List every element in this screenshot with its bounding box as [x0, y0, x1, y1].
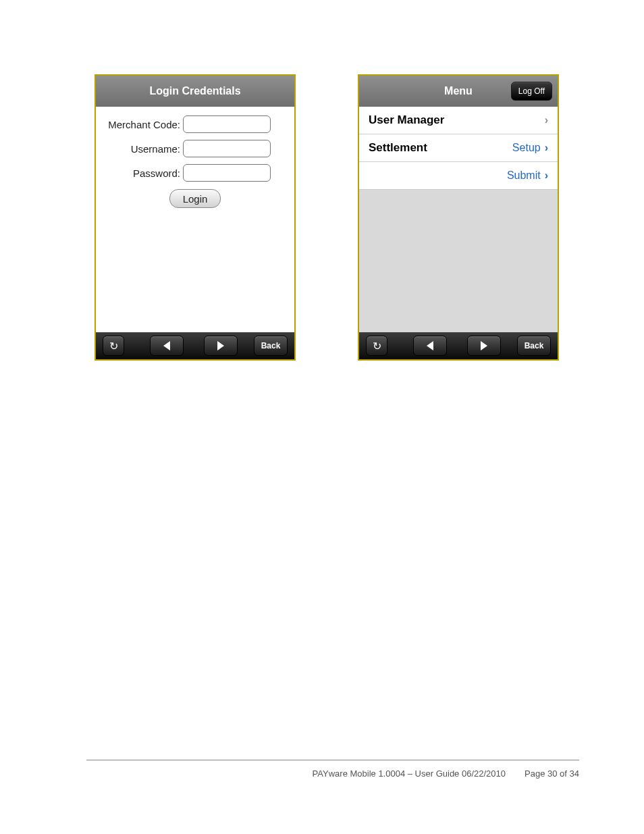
- refresh-button[interactable]: ↻: [366, 336, 387, 356]
- refresh-icon: ↻: [373, 340, 381, 353]
- input-password[interactable]: [183, 164, 271, 182]
- logoff-button[interactable]: Log Off: [511, 82, 552, 101]
- title-login: Login Credentials: [149, 85, 240, 97]
- menu-list: User Manager › Settlement Setup ›: [359, 107, 558, 190]
- refresh-button[interactable]: ↻: [103, 336, 124, 356]
- input-username[interactable]: [183, 140, 271, 157]
- chevron-right-icon: ›: [545, 170, 548, 182]
- footer-doc: PAYware Mobile 1.0004 – User Guide 06/22…: [313, 768, 506, 779]
- menu-content: User Manager › Settlement Setup ›: [359, 107, 558, 332]
- toolbar-menu: ↻ Back: [359, 332, 558, 359]
- toolbar-login: ↻ Back: [96, 332, 294, 359]
- menu-fill: [359, 190, 558, 332]
- nav-next-button[interactable]: [467, 336, 501, 356]
- title-menu: Menu: [444, 85, 473, 97]
- triangle-right-icon: [217, 341, 224, 350]
- label-password: Password:: [96, 167, 183, 179]
- footer-rule: [86, 760, 579, 760]
- login-fill: [96, 208, 294, 332]
- label-username: Username:: [96, 143, 183, 155]
- row-merchant: Merchant Code:: [96, 113, 294, 135]
- nav-prev-button[interactable]: [413, 336, 447, 356]
- row-settlement-setup[interactable]: Settlement Setup ›: [359, 134, 558, 162]
- back-button[interactable]: Back: [517, 336, 551, 356]
- footer-page: Page 30 of 34: [525, 768, 579, 779]
- row-settlement-submit[interactable]: Submit ›: [359, 162, 558, 190]
- link-setup: Setup: [512, 142, 541, 154]
- label-settlement: Settlement: [369, 141, 427, 155]
- nav-next-button[interactable]: [204, 336, 238, 356]
- phone-login: Login Credentials Merchant Code: Usernam…: [95, 74, 296, 361]
- titlebar-menu: Menu Log Off: [359, 76, 558, 107]
- chevron-right-icon: ›: [545, 142, 548, 154]
- login-content: Merchant Code: Username: Password: Login: [96, 107, 294, 332]
- footer: PAYware Mobile 1.0004 – User Guide 06/22…: [313, 768, 579, 779]
- phone-menu: Menu Log Off User Manager › Settlement S…: [358, 74, 559, 361]
- login-button[interactable]: Login: [169, 189, 221, 208]
- screenshots-row: Login Credentials Merchant Code: Usernam…: [0, 0, 644, 361]
- triangle-left-icon: [427, 341, 433, 350]
- triangle-right-icon: [481, 341, 487, 350]
- triangle-left-icon: [163, 341, 170, 350]
- label-merchant: Merchant Code:: [96, 119, 183, 130]
- input-merchant-code[interactable]: [183, 115, 271, 133]
- chevron-right-icon: ›: [545, 114, 548, 126]
- link-submit: Submit: [507, 170, 541, 182]
- label-user-manager: User Manager: [369, 113, 444, 127]
- row-password: Password:: [96, 162, 294, 184]
- row-username: Username:: [96, 138, 294, 159]
- trail-submit: Submit ›: [507, 170, 548, 182]
- trail-setup: Setup ›: [512, 142, 548, 154]
- nav-prev-button[interactable]: [150, 336, 184, 356]
- row-user-manager[interactable]: User Manager ›: [359, 107, 558, 134]
- refresh-icon: ↻: [109, 340, 118, 353]
- titlebar-login: Login Credentials: [96, 76, 294, 107]
- back-button[interactable]: Back: [254, 336, 288, 356]
- trail-user-manager: ›: [545, 114, 548, 126]
- document-page: Login Credentials Merchant Code: Usernam…: [0, 0, 644, 834]
